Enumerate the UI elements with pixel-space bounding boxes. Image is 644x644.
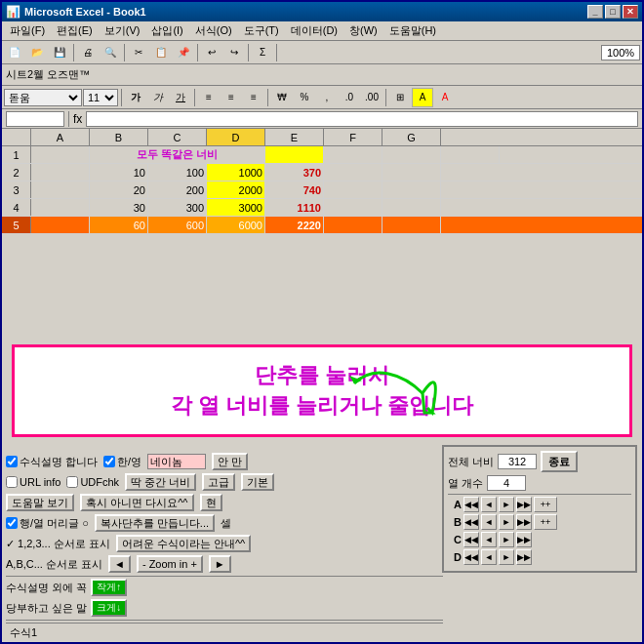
url-info-checkbox[interactable] bbox=[6, 476, 18, 488]
cell-C4[interactable]: 300 bbox=[148, 199, 207, 216]
save-button[interactable]: 💾 bbox=[49, 43, 70, 62]
col-C-far-left[interactable]: ◀◀ bbox=[463, 532, 479, 547]
col-A-left[interactable]: ◄ bbox=[481, 497, 497, 512]
name-box-input[interactable] bbox=[6, 111, 64, 127]
udfchk-checkbox[interactable] bbox=[66, 476, 78, 488]
noksi-button[interactable]: 혹시 아니면 다시요^^ bbox=[80, 494, 193, 511]
col-A-far-right[interactable]: ▶▶ bbox=[516, 497, 532, 512]
col-header-E[interactable]: E bbox=[265, 129, 324, 145]
row-header-checkbox-item[interactable]: 행/열 머리글 ○ bbox=[6, 516, 89, 531]
col-D-far-left[interactable]: ◀◀ bbox=[463, 549, 479, 565]
align-left-button[interactable]: ≡ bbox=[198, 88, 220, 107]
cell-A3[interactable] bbox=[31, 181, 90, 198]
col-B-right[interactable]: ► bbox=[499, 514, 514, 530]
paste-button[interactable]: 📌 bbox=[173, 43, 194, 62]
col-B-pp[interactable]: ++ bbox=[534, 514, 557, 530]
col-header-F[interactable]: F bbox=[324, 129, 382, 145]
url-info-checkbox-item[interactable]: URL info bbox=[6, 476, 60, 488]
cell-D1[interactable] bbox=[265, 146, 324, 163]
restore-button[interactable]: □ bbox=[605, 5, 621, 19]
increase-dec-button[interactable]: .0 bbox=[339, 88, 360, 107]
copy-button[interactable]: 📋 bbox=[150, 43, 172, 62]
high-button[interactable]: 고급 bbox=[202, 473, 235, 491]
small-button[interactable]: 작게↑ bbox=[91, 579, 127, 596]
fx-icon[interactable]: fx bbox=[73, 112, 82, 126]
cell-A5[interactable] bbox=[31, 217, 90, 233]
difficult-button[interactable]: 어려운 수식이라는 안내^^ bbox=[116, 535, 251, 552]
menu-format[interactable]: 서식(O) bbox=[189, 21, 238, 40]
cell-C5[interactable]: 600 bbox=[148, 217, 207, 233]
cut-button[interactable]: ✂ bbox=[128, 43, 149, 62]
cell-C2[interactable]: 100 bbox=[148, 164, 207, 181]
cell-G2[interactable] bbox=[382, 164, 441, 181]
col-B-far-left[interactable]: ◀◀ bbox=[463, 514, 479, 530]
cell-F4[interactable] bbox=[324, 199, 382, 216]
cell-G3[interactable] bbox=[382, 181, 441, 198]
cell-F5[interactable] bbox=[324, 217, 382, 233]
zoom-in-button[interactable]: - Zoom in + bbox=[137, 555, 203, 573]
close-panel-button[interactable]: 종료 bbox=[541, 451, 578, 472]
col-B-far-right[interactable]: ▶▶ bbox=[516, 514, 532, 530]
percent-button[interactable]: % bbox=[294, 88, 315, 107]
cell-G1[interactable] bbox=[441, 146, 500, 163]
align-center-button[interactable]: ≡ bbox=[221, 88, 242, 107]
close-button[interactable]: ✕ bbox=[623, 5, 638, 19]
cell-A1[interactable] bbox=[31, 146, 90, 163]
col-C-right[interactable]: ► bbox=[499, 532, 514, 547]
basic-button[interactable]: 기본 bbox=[241, 473, 274, 491]
font-size-select[interactable]: 11 bbox=[83, 89, 118, 106]
print-button[interactable]: 🖨 bbox=[77, 43, 99, 62]
cell-B2[interactable]: 10 bbox=[90, 164, 148, 181]
col-B-left[interactable]: ◄ bbox=[481, 514, 497, 530]
bold-button[interactable]: 가 bbox=[125, 88, 146, 107]
cell-F3[interactable] bbox=[324, 181, 382, 198]
cell-A4[interactable] bbox=[31, 199, 90, 216]
row-header-checkbox[interactable] bbox=[6, 517, 18, 529]
checkbox-korean-english[interactable]: 한/영 bbox=[103, 455, 141, 469]
decrease-dec-button[interactable]: .00 bbox=[361, 88, 382, 107]
undo-button[interactable]: ↩ bbox=[201, 43, 222, 62]
cell-B5[interactable]: 60 bbox=[90, 217, 148, 233]
menu-window[interactable]: 창(W) bbox=[343, 21, 383, 40]
comma-button[interactable]: , bbox=[316, 88, 338, 107]
col-A-right[interactable]: ► bbox=[499, 497, 514, 512]
col-D-left[interactable]: ◄ bbox=[481, 549, 497, 565]
checkbox-formula-explain[interactable]: 수식설명 합니다 bbox=[6, 455, 98, 469]
mid-width-button[interactable]: 딱 중간 너비 bbox=[125, 473, 196, 491]
font-color-button[interactable]: A bbox=[434, 88, 456, 107]
udfchk-checkbox-item[interactable]: UDFchk bbox=[66, 476, 119, 488]
cell-B1[interactable]: 모두 똑같은 너비 bbox=[90, 146, 265, 163]
formula-content-input[interactable] bbox=[86, 111, 638, 127]
cell-E4[interactable]: 1110 bbox=[265, 199, 324, 216]
col-C-left[interactable]: ◄ bbox=[481, 532, 497, 547]
korean-english-checkbox[interactable] bbox=[103, 456, 115, 467]
col-count-input[interactable] bbox=[487, 475, 526, 491]
col-C-far-right[interactable]: ▶▶ bbox=[516, 532, 532, 547]
menu-insert[interactable]: 삽입(I) bbox=[145, 21, 188, 40]
col-header-A[interactable]: A bbox=[31, 129, 90, 145]
menu-edit[interactable]: 편집(E) bbox=[51, 21, 99, 40]
help-view-button[interactable]: 도움말 보기 bbox=[6, 494, 74, 511]
col-A-pp[interactable]: ++ bbox=[534, 497, 557, 512]
cell-A2[interactable] bbox=[31, 164, 90, 181]
cell-F2[interactable] bbox=[324, 164, 382, 181]
copy-btn-button[interactable]: 복사단추를 만듭니다... bbox=[95, 514, 215, 532]
open-button[interactable]: 📂 bbox=[26, 43, 48, 62]
current-button[interactable]: 현 bbox=[200, 494, 222, 511]
menu-help[interactable]: 도움말(H) bbox=[383, 21, 442, 40]
col-D-right[interactable]: ► bbox=[499, 549, 514, 565]
menu-file[interactable]: 파일(F) bbox=[4, 21, 51, 40]
menu-data[interactable]: 데이터(D) bbox=[285, 21, 343, 40]
new-button[interactable]: 📄 bbox=[4, 43, 25, 62]
col-header-G[interactable]: G bbox=[382, 129, 441, 145]
cell-D3[interactable]: 2000 bbox=[207, 181, 265, 198]
col-A-far-left[interactable]: ◀◀ bbox=[463, 497, 479, 512]
cell-C3[interactable]: 200 bbox=[148, 181, 207, 198]
cell-G5[interactable] bbox=[382, 217, 441, 233]
redo-button[interactable]: ↪ bbox=[223, 43, 245, 62]
minimize-button[interactable]: _ bbox=[587, 5, 603, 19]
col-header-C[interactable]: C bbox=[148, 129, 207, 145]
col-D-far-right[interactable]: ▶▶ bbox=[516, 549, 532, 565]
align-right-button[interactable]: ≡ bbox=[243, 88, 264, 107]
left-arrow-button[interactable]: ◄ bbox=[108, 555, 131, 573]
